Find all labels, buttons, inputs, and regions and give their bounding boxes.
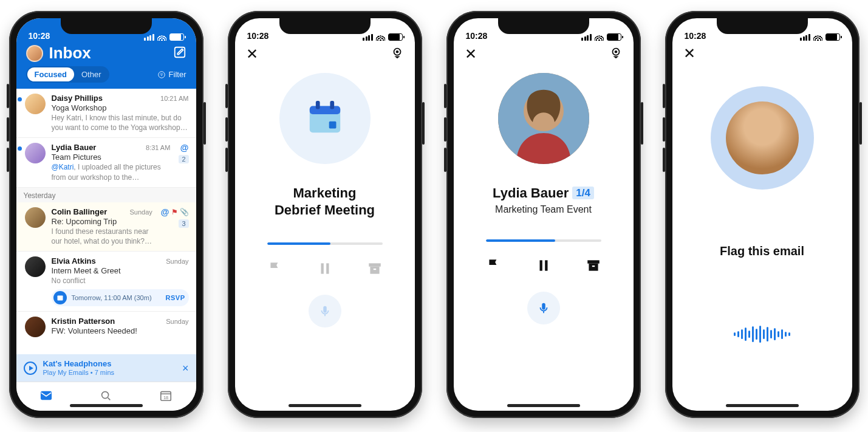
notch bbox=[61, 18, 152, 34]
battery-icon bbox=[607, 33, 621, 41]
listening-avatar-ring bbox=[711, 86, 814, 190]
account-avatar[interactable] bbox=[26, 45, 43, 62]
home-indicator[interactable] bbox=[726, 404, 799, 407]
mail-item[interactable]: Colin Ballinger Sunday Re: Upcoming Trip… bbox=[16, 202, 196, 252]
tab-search[interactable] bbox=[99, 389, 112, 405]
mic-button[interactable] bbox=[309, 295, 341, 327]
mention-icon: @ bbox=[161, 207, 169, 217]
tab-mail[interactable] bbox=[39, 389, 53, 405]
unread-dot-icon bbox=[18, 146, 22, 151]
calendar-icon bbox=[53, 291, 67, 304]
sender-name: Kristin Patterson bbox=[52, 317, 163, 326]
svg-text:18: 18 bbox=[163, 394, 168, 400]
playback-subtitle: Marketing Team Event bbox=[495, 204, 592, 215]
filter-button[interactable]: Filter bbox=[157, 70, 186, 79]
notch bbox=[717, 18, 808, 34]
mail-time: 8:31 AM bbox=[146, 144, 170, 151]
meeting-illustration bbox=[279, 73, 371, 164]
mic-button[interactable] bbox=[527, 292, 560, 324]
svg-rect-11 bbox=[309, 106, 340, 114]
svg-rect-28 bbox=[589, 263, 598, 270]
signal-icon bbox=[800, 34, 810, 41]
playback-controls bbox=[267, 261, 383, 279]
mail-preview: Hey Katri, I know this last minute, but … bbox=[52, 113, 189, 132]
mail-time: Sunday bbox=[130, 208, 152, 216]
close-button[interactable]: ✕ bbox=[683, 46, 695, 61]
svg-rect-12 bbox=[315, 101, 320, 109]
home-indicator[interactable] bbox=[70, 404, 143, 407]
home-indicator[interactable] bbox=[507, 404, 580, 407]
sender-avatar bbox=[25, 317, 46, 337]
wifi-icon bbox=[157, 34, 166, 41]
mail-item[interactable]: Kristin Patterson Sunday FW: Volunteers … bbox=[16, 312, 196, 342]
sender-name: Daisy Phillips bbox=[52, 94, 157, 103]
pause-button[interactable] bbox=[317, 261, 333, 279]
tab-focused[interactable]: Focused bbox=[27, 67, 74, 81]
battery-icon bbox=[388, 33, 403, 41]
sender-photo bbox=[726, 101, 799, 174]
mail-time: Sunday bbox=[166, 258, 188, 265]
play-my-emails-banner[interactable]: Kat's Headphones Play My Emails • 7 mins… bbox=[16, 354, 196, 382]
playback-title: Lydia Bauer1/4 bbox=[493, 185, 594, 202]
svg-rect-18 bbox=[370, 267, 379, 274]
sender-avatar bbox=[25, 207, 46, 228]
status-time: 10:28 bbox=[29, 31, 50, 41]
cast-icon[interactable] bbox=[391, 46, 404, 62]
svg-point-5 bbox=[102, 391, 109, 398]
tab-other[interactable]: Other bbox=[74, 67, 109, 81]
svg-rect-16 bbox=[326, 263, 329, 273]
mail-item[interactable]: Elvia Atkins Sunday Intern Meet & Greet … bbox=[16, 252, 196, 312]
close-button[interactable]: ✕ bbox=[465, 47, 477, 61]
svg-rect-0 bbox=[174, 47, 185, 57]
flag-button[interactable] bbox=[267, 261, 283, 279]
home-indicator[interactable] bbox=[289, 404, 361, 407]
play-icon bbox=[24, 362, 37, 375]
compose-button[interactable] bbox=[173, 46, 186, 61]
sender-avatar bbox=[25, 94, 46, 114]
cast-icon[interactable] bbox=[609, 46, 623, 62]
archive-button[interactable] bbox=[586, 258, 601, 276]
mail-subject: Team Pictures bbox=[52, 153, 171, 162]
svg-rect-27 bbox=[587, 260, 600, 263]
playback-title: Marketing Debrief Meeting bbox=[275, 185, 375, 218]
pause-button[interactable] bbox=[536, 258, 552, 276]
sender-name: Colin Ballinger bbox=[52, 207, 126, 216]
close-icon[interactable]: × bbox=[182, 363, 189, 374]
svg-rect-13 bbox=[330, 101, 334, 109]
signal-icon bbox=[363, 34, 373, 41]
close-button[interactable]: ✕ bbox=[246, 47, 258, 61]
sender-avatar bbox=[25, 256, 46, 277]
svg-rect-19 bbox=[373, 269, 375, 270]
rsvp-button[interactable]: RSVP bbox=[166, 294, 185, 301]
rsvp-when: Tomorrow, 11:00 AM (30m) bbox=[72, 294, 152, 301]
flag-button[interactable] bbox=[486, 258, 502, 276]
battery-icon bbox=[825, 33, 840, 41]
signal-icon bbox=[144, 34, 154, 41]
svg-point-9 bbox=[395, 50, 398, 53]
svg-rect-25 bbox=[539, 260, 542, 270]
tab-calendar[interactable]: 18 bbox=[159, 389, 173, 405]
mail-subject: Intern Meet & Greet bbox=[52, 266, 189, 275]
page-title: Inbox bbox=[49, 44, 167, 63]
svg-point-1 bbox=[158, 71, 165, 78]
sender-avatar bbox=[25, 143, 46, 163]
inbox-tabs[interactable]: Focused Other bbox=[26, 66, 110, 83]
attachment-icon: 📎 bbox=[180, 208, 189, 216]
mail-subject: Yoga Workshop bbox=[52, 103, 189, 112]
unread-dot-icon bbox=[18, 97, 22, 101]
rsvp-chip[interactable]: Tomorrow, 11:00 AM (30m) RSVP bbox=[52, 289, 189, 306]
mail-preview: I found these restaurants near our hotel… bbox=[52, 227, 152, 246]
thread-count: 2 bbox=[179, 155, 188, 163]
svg-rect-26 bbox=[545, 260, 547, 270]
mail-item[interactable]: Daisy Phillips 10:21 AM Yoga Workshop He… bbox=[16, 89, 196, 138]
email-position-badge: 1/4 bbox=[572, 187, 594, 199]
mail-list[interactable]: Daisy Phillips 10:21 AM Yoga Workshop He… bbox=[16, 89, 196, 354]
progress-bar[interactable] bbox=[486, 239, 601, 242]
wifi-icon bbox=[595, 34, 604, 41]
svg-rect-20 bbox=[323, 306, 327, 313]
mail-time: Sunday bbox=[166, 318, 188, 325]
sender-name: Lydia Bauer bbox=[52, 143, 143, 152]
mail-item[interactable]: Lydia Bauer 8:31 AM Team Pictures @Katri… bbox=[16, 138, 196, 187]
progress-bar[interactable] bbox=[267, 242, 383, 245]
archive-button[interactable] bbox=[367, 261, 383, 279]
